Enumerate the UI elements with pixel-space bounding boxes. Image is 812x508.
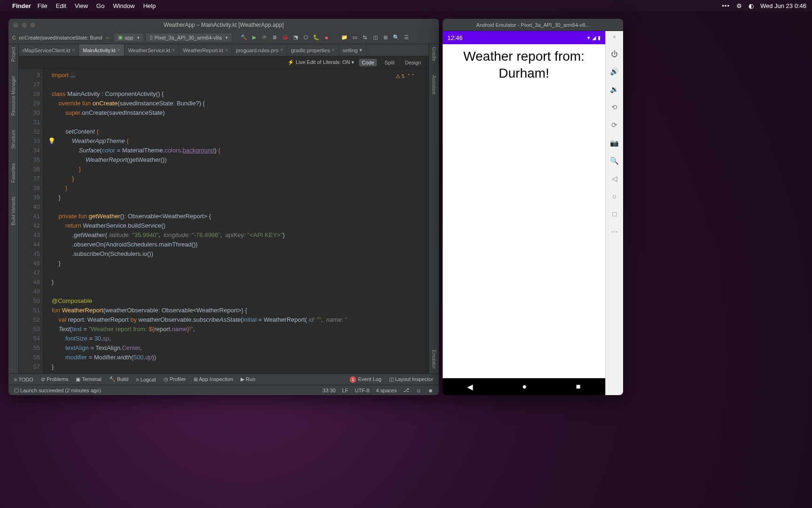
tool-build-variants[interactable]: Build Variants	[11, 197, 16, 225]
lock-icon[interactable]: ☻	[428, 388, 433, 393]
profile-icon[interactable]: ≣	[271, 34, 279, 40]
sync-icon[interactable]: ⇆	[361, 34, 369, 40]
recent-icon[interactable]: □	[612, 210, 617, 218]
menu-go[interactable]: Go	[96, 2, 104, 9]
close-icon[interactable]: ×	[225, 48, 228, 53]
tool-layout-inspector[interactable]: ◫ Layout Inspector	[389, 376, 433, 382]
nav-back-icon[interactable]: ◀	[467, 382, 473, 391]
screenshot-icon[interactable]: 📷	[610, 139, 619, 147]
nav-recent-icon[interactable]: ■	[576, 382, 581, 391]
menu-view[interactable]: View	[75, 2, 88, 9]
tool-run[interactable]: ▶ Run	[241, 376, 255, 382]
more-icon[interactable]: ⋯	[611, 227, 618, 236]
resource-manager-icon[interactable]: ⊞	[382, 34, 390, 40]
close-icon[interactable]: ×	[332, 48, 335, 53]
tool-emulator[interactable]: Emulator	[431, 350, 437, 369]
menu-file[interactable]: File	[38, 2, 47, 9]
breadcrumb[interactable]: onCreate(savedInstanceState: Bund	[19, 35, 102, 40]
coverage-icon[interactable]: ⬔	[292, 34, 299, 40]
tool-gradle[interactable]: Gradle	[431, 47, 437, 61]
search-icon[interactable]: 🔍	[392, 34, 400, 40]
avd-manager-icon[interactable]: 📁	[341, 34, 348, 40]
tool-structure[interactable]: Structure	[11, 130, 16, 149]
apply-changes-icon[interactable]: ⟳	[261, 34, 268, 40]
tool-terminal[interactable]: ▣ Terminal	[76, 376, 101, 382]
rotate-right-icon[interactable]: ⟳	[611, 121, 617, 129]
close-icon[interactable]: ×	[117, 48, 120, 53]
mode-code[interactable]: Code	[359, 59, 377, 66]
volume-down-icon[interactable]: 🔉	[610, 85, 619, 94]
stop-icon[interactable]: ■	[323, 35, 330, 40]
tab-1[interactable]: MainActivity.kt×	[79, 44, 124, 56]
sdk-manager-icon[interactable]: ▭	[351, 34, 359, 40]
layout-inspector-icon[interactable]: ◫	[372, 34, 379, 40]
tool-favorites[interactable]: Favorites	[11, 163, 16, 183]
settings-icon[interactable]: ☰	[403, 34, 410, 40]
line-separator[interactable]: LF	[342, 388, 348, 393]
emulator-close-icon[interactable]: ×	[613, 34, 616, 40]
zoom-icon[interactable]: 🔍	[610, 157, 619, 165]
nav-home-icon[interactable]: ●	[522, 382, 527, 391]
code-area[interactable]: import ...class MainActivity : Component…	[50, 69, 429, 373]
tab-6[interactable]: setting▾	[339, 44, 367, 56]
siri-icon[interactable]: ◐	[749, 2, 754, 9]
phone-nav-bar: ◀ ● ■	[443, 378, 605, 395]
tool-profiler[interactable]: ◷ Profiler	[164, 376, 186, 382]
intention-bulb-icon[interactable]: 💡	[48, 136, 55, 146]
close-icon[interactable]: ×	[281, 48, 283, 53]
back-icon[interactable]: ◁	[612, 175, 617, 183]
menubar-app[interactable]: Finder	[12, 2, 31, 9]
attach-icon[interactable]: 🐛	[312, 34, 320, 40]
git-icon[interactable]: ⎇	[403, 387, 409, 393]
inspection-indicator[interactable]: ⚠ 5 ˄ ˅	[396, 71, 414, 81]
tool-assistant[interactable]: Assistant	[431, 75, 437, 95]
tool-project[interactable]: Project	[11, 47, 16, 62]
home-icon[interactable]: ○	[612, 192, 617, 200]
tool-problems[interactable]: ⊘ Problems	[41, 376, 69, 382]
close-icon[interactable]: ×	[172, 48, 175, 53]
tool-app-inspection[interactable]: ⊞ App Inspection	[194, 376, 233, 382]
menu-edit[interactable]: Edit	[56, 2, 66, 9]
back-nav-icon[interactable]: ←	[105, 34, 111, 41]
tool-todo[interactable]: ≡ TODO	[14, 377, 33, 382]
mode-split[interactable]: Split	[382, 59, 397, 66]
tool-logcat[interactable]: ≡ Logcat	[136, 377, 156, 382]
indent[interactable]: 4 spaces	[376, 388, 397, 393]
tab-3[interactable]: WeatherReport.kt×	[179, 44, 232, 56]
ide-titlebar[interactable]: WeatherApp – MainActivity.kt [WeatherApp…	[8, 19, 439, 31]
tool-resource-manager[interactable]: Resource Manager	[11, 76, 16, 116]
tab-0[interactable]: rMapServiceClient.kt×	[19, 44, 79, 56]
close-icon[interactable]: ×	[72, 48, 75, 53]
code-editor[interactable]: 3272829303132333435363738394041424344454…	[19, 69, 429, 373]
tool-build[interactable]: 🔨 Build	[109, 376, 129, 382]
fold-gutter[interactable]	[43, 69, 50, 373]
chevron-down-icon[interactable]: ▾	[359, 47, 362, 53]
volume-up-icon[interactable]: 🔊	[610, 67, 619, 76]
overflow-icon[interactable]: •••	[722, 2, 730, 9]
caret-position[interactable]: 33:30	[323, 388, 336, 393]
run-config-selector[interactable]: ▣app	[114, 33, 143, 41]
tool-event-log[interactable]: 1Event Log	[350, 376, 382, 383]
debug-icon[interactable]: 🐞	[281, 34, 289, 40]
menu-window[interactable]: Window	[113, 2, 134, 9]
power-icon[interactable]: ⏻	[611, 50, 618, 58]
file-encoding[interactable]: UTF-8	[355, 388, 369, 393]
memory-icon[interactable]: ☺	[416, 388, 421, 393]
tab-5[interactable]: gradle.properties×	[287, 44, 338, 56]
mode-design[interactable]: Design	[402, 59, 424, 66]
class-icon: C	[12, 35, 16, 40]
emulator-titlebar[interactable]: Android Emulator - Pixel_3a_API_30_arm64…	[443, 19, 623, 31]
attach-debugger-icon[interactable]: ⬡	[302, 34, 310, 40]
device-selector[interactable]: ▯Pixel_3a_API_30_arm64-v8a	[146, 33, 232, 41]
menubar-datetime[interactable]: Wed Jun 23 0:46	[760, 2, 806, 9]
tab-2[interactable]: WeatherService.kt×	[125, 44, 180, 56]
build-icon[interactable]: 🔨	[240, 34, 248, 40]
rotate-left-icon[interactable]: ⟲	[611, 103, 617, 111]
live-edit-status[interactable]: ⚡ Live Edit of Literals: ON ▾	[288, 59, 354, 65]
window-traffic-lights[interactable]	[13, 23, 35, 28]
phone-content[interactable]: Weather report from: Durham!	[443, 44, 605, 378]
menu-help[interactable]: Help	[143, 2, 156, 9]
control-center-icon[interactable]: ⚙	[736, 2, 742, 9]
run-icon[interactable]: ▶	[250, 34, 258, 40]
tab-4[interactable]: proguard-rules.pro×	[232, 44, 287, 56]
